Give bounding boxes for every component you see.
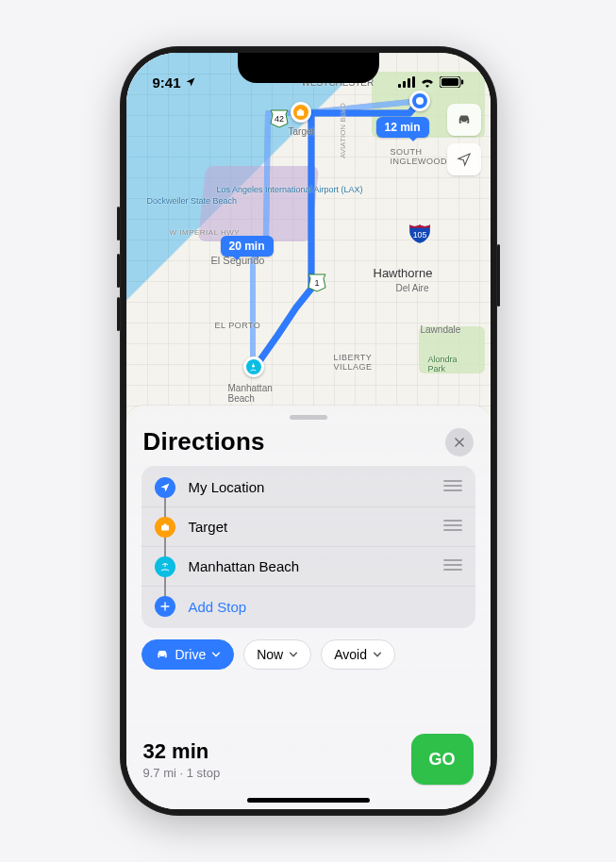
svg-point-9: [252, 364, 255, 367]
highway-shield-icon: 1: [306, 272, 328, 294]
map-label: AVIATION BLVD: [339, 103, 347, 158]
home-indicator[interactable]: [247, 798, 370, 803]
map-label: Target: [289, 126, 315, 137]
car-icon: [155, 647, 170, 662]
chevron-down-icon: [373, 650, 382, 659]
map-label: Lawndale: [421, 324, 461, 335]
stop-row-waypoint[interactable]: Target: [142, 507, 475, 547]
battery-icon: [440, 76, 464, 88]
go-button[interactable]: GO: [411, 734, 474, 785]
sheet-title: Directions: [143, 427, 265, 456]
svg-rect-5: [441, 78, 458, 86]
depart-time-pill[interactable]: Now: [243, 639, 311, 670]
svg-rect-15: [161, 525, 169, 531]
stop-row-origin[interactable]: My Location: [142, 468, 475, 507]
svg-text:105: 105: [412, 230, 426, 240]
map-label: Los Angeles International Airport (LAX): [217, 185, 292, 194]
map-label: SOUTH INGLEWOOD: [391, 147, 448, 166]
cellular-icon: [398, 76, 415, 88]
svg-text:1: 1: [314, 278, 319, 288]
avoid-options-pill[interactable]: Avoid: [321, 639, 395, 670]
svg-point-18: [164, 655, 165, 656]
svg-rect-6: [461, 80, 463, 85]
highway-shield-icon: 42: [268, 108, 291, 130]
stop-label: My Location: [189, 479, 443, 495]
travel-mode-label: Drive: [175, 647, 207, 662]
interstate-shield-icon: 105: [408, 221, 430, 243]
route-eta-alternate[interactable]: 20 min: [221, 236, 274, 257]
travel-mode-pill[interactable]: Drive: [142, 639, 235, 670]
directions-sheet[interactable]: Directions My Location: [126, 406, 491, 809]
map-label: Dockweiler State Beach: [147, 196, 213, 206]
avoid-label: Avoid: [334, 647, 367, 662]
location-dot-icon: [155, 477, 175, 498]
wifi-icon: [420, 76, 435, 88]
reorder-handle-icon[interactable]: [443, 479, 464, 496]
svg-point-13: [460, 121, 462, 123]
chevron-down-icon: [289, 650, 298, 659]
eta-value: 32 min: [143, 739, 221, 764]
svg-rect-3: [412, 76, 415, 88]
map-mode-button[interactable]: [447, 104, 481, 136]
waypoint-pin-target[interactable]: [291, 102, 311, 123]
options-row: Drive Now Avoid: [140, 639, 477, 683]
car-icon: [456, 111, 473, 128]
sheet-grabber[interactable]: [290, 415, 327, 420]
map-label: Manhattan Beach: [228, 383, 273, 404]
map-label: Del Aire: [396, 283, 429, 293]
stop-row-destination[interactable]: Manhattan Beach: [142, 547, 475, 587]
svg-rect-1: [403, 81, 406, 88]
go-label: GO: [428, 750, 455, 770]
beach-dot-icon: [155, 556, 175, 577]
recenter-button[interactable]: [447, 143, 481, 175]
close-button[interactable]: [445, 428, 474, 456]
screen: 9:41: [126, 53, 491, 809]
location-arrow-icon: [457, 152, 472, 167]
map-label: EL PORTO: [215, 321, 261, 330]
svg-rect-2: [408, 78, 410, 88]
status-time: 9:41: [153, 75, 181, 91]
eta-subtext: 9.7 mi · 1 stop: [143, 766, 221, 780]
svg-text:42: 42: [274, 114, 283, 124]
stop-label: Target: [189, 519, 443, 535]
location-services-icon: [185, 76, 196, 88]
svg-rect-8: [299, 108, 302, 110]
plus-icon: [155, 596, 175, 617]
map-label: Alondra Park: [428, 355, 458, 373]
notch: [238, 53, 379, 83]
svg-rect-7: [297, 110, 304, 116]
svg-point-14: [466, 121, 468, 123]
stop-label: Manhattan Beach: [189, 558, 443, 574]
add-stop-label: Add Stop: [189, 599, 464, 615]
close-icon: [453, 436, 466, 449]
store-dot-icon: [155, 517, 175, 538]
stops-list: My Location Target: [142, 466, 475, 628]
add-stop-button[interactable]: Add Stop: [142, 587, 475, 626]
svg-rect-16: [163, 523, 166, 525]
route-connector-line: [164, 494, 166, 600]
map-label: Hawthorne: [374, 266, 433, 280]
depart-time-label: Now: [257, 647, 283, 662]
reorder-handle-icon[interactable]: [443, 519, 464, 536]
route-summary: 32 min 9.7 mi · 1 stop GO: [140, 734, 477, 788]
svg-rect-0: [398, 84, 401, 88]
iphone-frame: 9:41: [120, 46, 497, 816]
reorder-handle-icon[interactable]: [443, 558, 464, 575]
chevron-down-icon: [211, 650, 221, 659]
map-label: LIBERTY VILLAGE: [334, 353, 373, 372]
route-eta-primary[interactable]: 12 min: [376, 117, 429, 138]
svg-point-17: [158, 655, 159, 656]
destination-pin[interactable]: [243, 356, 264, 377]
